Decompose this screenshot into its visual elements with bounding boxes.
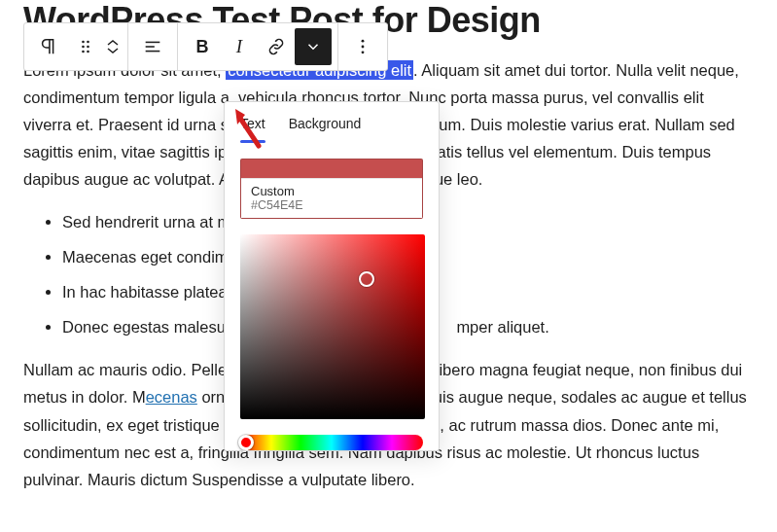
more-rich-text-dropdown[interactable] <box>295 28 332 65</box>
block-toolbar: B I <box>23 22 388 71</box>
svg-point-10 <box>362 46 365 49</box>
sv-pointer-handle[interactable] <box>359 271 374 287</box>
svg-point-4 <box>82 51 85 53</box>
custom-color-swatch[interactable]: Custom #C54E4E <box>240 159 423 219</box>
swatch-info: Custom #C54E4E <box>241 178 422 218</box>
more-options-icon[interactable] <box>344 28 381 65</box>
svg-point-9 <box>362 40 365 43</box>
highlight-color-popover: Text Background Custom #C54E4E <box>224 101 440 451</box>
align-icon[interactable] <box>134 28 171 65</box>
link-button[interactable] <box>258 28 295 65</box>
tab-background-color[interactable]: Background <box>289 116 362 143</box>
italic-button[interactable]: I <box>221 28 258 65</box>
bold-button[interactable]: B <box>184 28 221 65</box>
svg-point-1 <box>87 41 89 44</box>
tab-text-color[interactable]: Text <box>240 116 265 143</box>
hue-slider[interactable] <box>240 435 423 450</box>
svg-point-5 <box>87 51 89 53</box>
svg-point-3 <box>87 46 89 49</box>
color-saturation-value-picker[interactable] <box>240 234 425 419</box>
swatch-hex: #C54E4E <box>251 198 412 212</box>
svg-point-0 <box>82 41 85 44</box>
inline-link[interactable]: ecenas <box>146 388 197 406</box>
drag-handle-icon[interactable] <box>67 28 104 65</box>
hue-slider-handle[interactable] <box>238 435 254 450</box>
swatch-label: Custom <box>251 184 412 198</box>
svg-point-2 <box>82 46 85 49</box>
paragraph-block-icon[interactable] <box>30 28 67 65</box>
svg-point-11 <box>362 51 365 53</box>
move-up-down-icon[interactable] <box>104 28 122 65</box>
